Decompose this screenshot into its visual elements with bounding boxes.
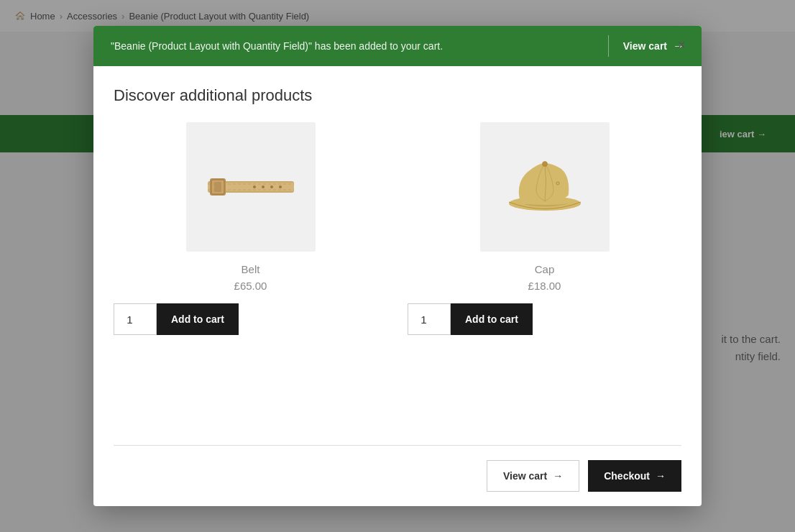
cart-modal: × "Beanie (Product Layout with Quantity … [93, 26, 702, 506]
cap-price: £18.00 [528, 280, 561, 292]
footer-view-cart-arrow: → [553, 470, 563, 482]
notification-bar: "Beanie (Product Layout with Quantity Fi… [93, 26, 702, 66]
svg-point-7 [270, 185, 273, 188]
product-card-cap: Cap £18.00 Add to cart [408, 122, 681, 335]
svg-rect-4 [214, 182, 221, 192]
close-button[interactable]: × [671, 35, 691, 55]
product-card-belt: Belt £65.00 Add to cart [114, 122, 387, 335]
cap-add-to-cart-button[interactable]: Add to cart [451, 303, 533, 335]
cap-qty-input[interactable] [408, 303, 451, 335]
cap-actions: Add to cart [408, 303, 681, 335]
belt-add-to-cart-button[interactable]: Add to cart [157, 303, 239, 335]
cap-image-wrap [480, 122, 610, 252]
footer-view-cart-label: View cart [503, 470, 547, 482]
svg-point-12 [542, 162, 547, 167]
cap-name: Cap [535, 263, 555, 275]
footer-view-cart-button[interactable]: View cart → [487, 460, 579, 492]
notification-text: "Beanie (Product Layout with Quantity Fi… [111, 40, 594, 52]
footer-checkout-button[interactable]: Checkout → [588, 460, 681, 492]
belt-actions: Add to cart [114, 303, 387, 335]
footer-checkout-label: Checkout [604, 470, 650, 482]
discover-title: Discover additional products [114, 86, 681, 105]
modal-footer: View cart → Checkout → [93, 446, 702, 506]
notification-divider [608, 35, 609, 57]
products-row: Belt £65.00 Add to cart [114, 122, 681, 335]
belt-price: £65.00 [234, 280, 267, 292]
belt-name: Belt [242, 263, 260, 275]
cap-image [505, 155, 584, 219]
svg-point-8 [279, 185, 282, 188]
notification-view-cart-label: View cart [623, 40, 667, 52]
svg-point-5 [253, 185, 256, 188]
footer-checkout-arrow: → [656, 470, 666, 482]
belt-image [204, 165, 298, 208]
belt-qty-input[interactable] [114, 303, 157, 335]
belt-image-wrap [186, 122, 316, 252]
svg-point-6 [262, 185, 265, 188]
modal-body: Discover additional products [93, 66, 702, 445]
